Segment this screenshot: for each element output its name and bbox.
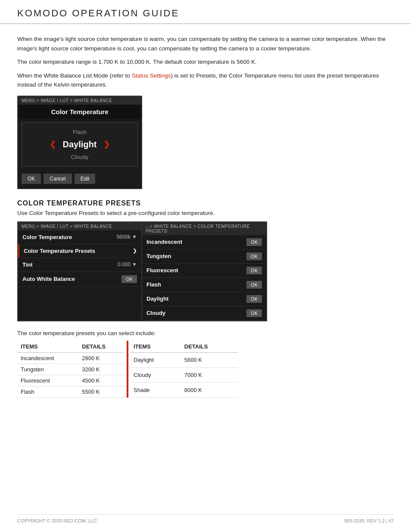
tint-chevron: ▼ [132,261,137,268]
picker-item-cloudy: Cloudy [22,152,137,162]
status-settings-link[interactable]: Status Settings [132,72,171,79]
cloudy-label: Cloudy [146,310,165,316]
table-row: Fluorescent 4500 K [17,375,125,386]
color-temp-label: Color Temperature [22,234,72,240]
tint-value: 0.000 ▼ [118,261,137,268]
right-table-col-details: DETAILS [181,341,238,353]
right-row-cloudy: Cloudy OK [142,306,266,320]
presets-label: Color Temperature Presets [24,248,95,254]
right-row-fluorescent: Fluorescent OK [142,264,266,278]
table-row: Shade 8000 K [130,383,238,398]
top-camera-ui: MENU > IMAGE / LUT > WHITE BALANCE Color… [17,96,142,189]
right-detail-daylight: 5600 K [181,352,238,367]
left-detail-fluorescent: 4500 K [78,375,125,386]
table-row: Incandescent 2800 K [17,352,125,364]
left-row-presets[interactable]: Color Temperature Presets ❯ [18,244,141,258]
flash-ok-button[interactable]: OK [246,281,262,289]
presets-chevron-icon: ❯ [133,248,137,254]
top-menu-bar: MENU > IMAGE / LUT > WHITE BALANCE [18,96,141,105]
right-table-col-items: ITEMS [130,341,181,353]
top-cam-picker: Flash ❮ Daylight ❯ Cloudy [22,122,138,167]
awb-ok-button[interactable]: OK [121,275,137,283]
right-item-shade: Shade [130,383,181,398]
section-heading: COLOR TEMPERATURE PRESETS [17,199,394,207]
right-item-cloudy: Cloudy [130,367,181,383]
footer-left: COPYRIGHT © 2020 RED.COM, LLC [17,518,97,523]
left-arrow-icon: ❮ [50,140,56,149]
right-arrow-icon: ❯ [103,140,110,149]
content-area: When the image's light source color temp… [0,24,411,415]
right-row-tungsten: Tungsten OK [142,249,266,264]
ok-button[interactable]: OK [22,174,41,184]
table-intro-text: The color temperature presets you can se… [17,330,394,336]
top-cam-title: Color Temperature [18,105,141,119]
left-table-col-details: DETAILS [78,341,125,353]
preset-table-right: ITEMS DETAILS Daylight 5600 K Cloudy 700… [130,341,238,398]
flash-label: Flash [146,281,161,288]
picker-selected-value: Daylight [63,140,97,149]
left-item-incandescent: Incandescent [17,352,78,364]
right-row-daylight: Daylight OK [142,292,266,306]
left-camera-panel: MENU > IMAGE / LUT > WHITE BALANCE Color… [17,221,142,321]
left-detail-incandescent: 2800 K [78,352,125,364]
daylight-ok-button[interactable]: OK [246,295,262,303]
daylight-label: Daylight [146,296,168,302]
table-row: Cloudy 7000 K [130,367,238,383]
cloudy-ok-button[interactable]: OK [246,309,262,317]
page-wrapper: KOMODO OPERATION GUIDE When the image's … [0,0,411,532]
intro-para1: When the image's light source color temp… [17,34,394,53]
fluorescent-label: Fluorescent [146,267,178,274]
table-section: The color temperature presets you can se… [17,330,394,398]
preset-table-container: ITEMS DETAILS Incandescent 2800 K Tungst… [17,341,394,398]
section-subtext: Use Color Temperature Presets to select … [17,210,394,216]
incandescent-ok-button[interactable]: OK [246,238,262,246]
footer-right: 955-0190, REV 1.2 | 47 [344,518,394,523]
edit-button[interactable]: Edit [75,174,96,184]
cancel-button[interactable]: Cancel [44,174,72,184]
color-temp-value: 5600k ▼ [116,234,137,240]
color-temp-chevron: ▼ [132,234,137,240]
right-row-incandescent: Incandescent OK [142,235,266,249]
left-table-col-items: ITEMS [17,341,78,353]
preset-table-left: ITEMS DETAILS Incandescent 2800 K Tungst… [17,341,125,398]
fluorescent-ok-button[interactable]: OK [246,267,262,274]
left-row-awb: Auto White Balance OK [18,272,141,287]
right-menu-bar-text: ...> WHITE BALANCE > COLOR TEMPERATURE P… [146,224,250,233]
incandescent-label: Incandescent [146,239,182,245]
left-row-color-temp: Color Temperature 5600k ▼ [18,230,141,244]
left-item-flash: Flash [17,386,78,397]
dual-panel-camera-ui: MENU > IMAGE / LUT > WHITE BALANCE Color… [17,221,394,321]
top-cam-buttons: OK Cancel Edit [18,170,141,188]
tungsten-ok-button[interactable]: OK [246,252,262,260]
intro-para3: When the White Balance List Mode (refer … [17,71,394,90]
right-detail-cloudy: 7000 K [181,367,238,383]
left-detail-tungsten: 3200 K [78,364,125,375]
header: KOMODO OPERATION GUIDE [0,0,411,24]
left-panel-menu-bar: MENU > IMAGE / LUT > WHITE BALANCE [18,222,141,230]
table-row: Tungsten 3200 K [17,364,125,375]
intro-para2: The color temperature range is 1,700 K t… [17,57,394,67]
picker-item-flash: Flash [22,127,137,137]
table-row: Daylight 5600 K [130,352,238,367]
right-detail-shade: 8000 K [181,383,238,398]
right-camera-panel: ...> WHITE BALANCE > COLOR TEMPERATURE P… [142,221,267,321]
tint-label: Tint [22,261,33,268]
left-detail-flash: 5500 K [78,386,125,397]
left-row-tint: Tint 0.000 ▼ [18,258,141,272]
right-item-daylight: Daylight [130,352,181,367]
intro-para3-prefix: When the White Balance List Mode (refer … [17,72,132,79]
awb-label: Auto White Balance [22,276,75,282]
tungsten-label: Tungsten [146,253,171,259]
page-title: KOMODO OPERATION GUIDE [17,8,179,19]
right-panel-menu-bar: ...> WHITE BALANCE > COLOR TEMPERATURE P… [142,222,266,235]
left-item-tungsten: Tungsten [17,364,78,375]
left-item-fluorescent: Fluorescent [17,375,78,386]
table-divider [127,341,128,398]
right-row-flash: Flash OK [142,278,266,292]
table-row: Flash 5500 K [17,386,125,397]
footer: COPYRIGHT © 2020 RED.COM, LLC 955-0190, … [17,514,394,523]
picker-selected-row: ❮ Daylight ❯ [22,137,137,152]
